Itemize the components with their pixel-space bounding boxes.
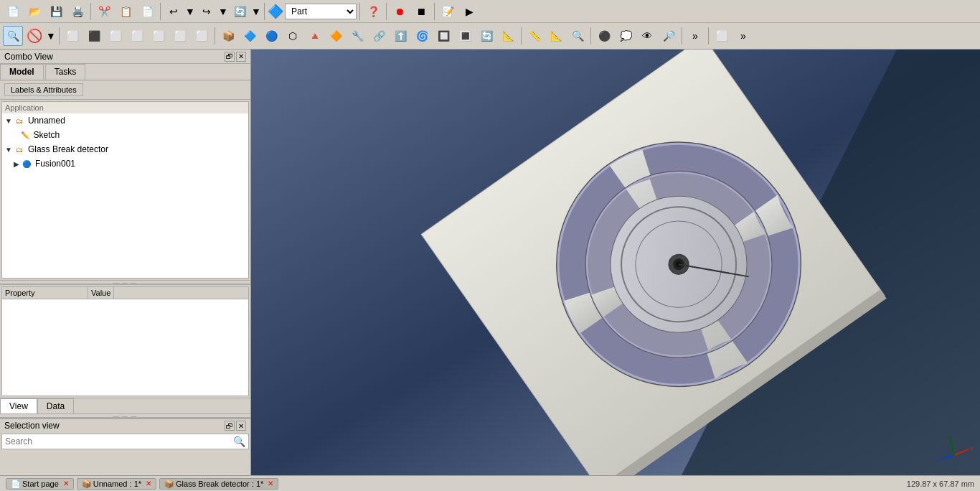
startpage-close[interactable]: ✕ [63,480,69,487]
status-tab-unnamed[interactable]: 📦 Unnamed : 1* ✕ [77,478,156,490]
combo-close-button[interactable]: ✕ [236,52,246,62]
part-workbench-group: 🔷 Part [268,4,357,19]
import-button[interactable]: 🔳 [455,26,475,46]
tab-model[interactable]: Model [0,64,44,80]
fuse-button[interactable]: 🔗 [369,26,389,46]
cone-button[interactable]: 🔺 [304,26,324,46]
status-tab-startpage[interactable]: 📄 Start page ✕ [6,478,74,490]
cut-button[interactable]: ✂️ [94,1,114,22]
combo-restore-button[interactable]: 🗗 [225,52,235,62]
paste-button[interactable]: 📄 [137,1,157,22]
mirror-button[interactable]: 🔄 [476,26,496,46]
svg-text:y: y [948,434,952,441]
section-button[interactable]: 🔲 [433,26,453,46]
extra-button[interactable]: ⬜ [712,26,732,46]
refresh-button[interactable]: 🔄 [230,1,250,22]
tab-view[interactable]: View [0,398,37,413]
right-view-button[interactable]: ⬜ [127,26,147,46]
property-table: Property Value [1,286,249,396]
selection-restore-button[interactable]: 🗗 [225,421,235,431]
icon-unnamed: 🗂 [14,115,25,126]
icon-fusion001: 🔵 [21,158,32,169]
measure1-button[interactable]: 📏 [524,26,545,46]
left-view-button[interactable]: ⬜ [170,26,190,46]
cut-part-button[interactable]: ⬆️ [390,26,410,46]
stop-button[interactable]: ⏹ [411,1,431,22]
combo-header-buttons: 🗗 ✕ [225,52,246,62]
zoom-button[interactable]: 🔎 [659,26,679,46]
glassbreak-close[interactable]: ✕ [268,480,273,487]
tab-tasks[interactable]: Tasks [45,64,86,80]
undo-button[interactable]: ↩ [164,1,184,22]
home-view-button[interactable]: ⬜ [62,26,83,46]
print-button[interactable]: 🖨️ [67,1,88,22]
view-settings-button[interactable]: ⚫ [594,26,614,46]
tree-section: Application ▼ 🗂 Unnamed ✏️ Sketch ▼ 🗂 Gl… [1,101,249,279]
new-file-button[interactable]: 📄 [3,1,23,22]
sep7 [59,27,60,45]
tree-item-fusion001[interactable]: ▶ 🔵 Fusion001 [2,156,248,171]
workbench-dropdown[interactable]: Part [285,4,357,19]
sep12 [708,27,709,45]
no-draw-button[interactable]: 🚫 [24,26,44,46]
arrow-sketch [14,131,18,139]
front-view-button[interactable]: ⬛ [84,26,104,46]
startpage-icon: 📄 [11,480,19,488]
common-button[interactable]: 🌀 [412,26,432,46]
sep11 [682,27,682,45]
part-icon: 🔷 [268,4,283,19]
labels-attributes-button[interactable]: Labels & Attributes [4,83,83,96]
rear-view-button[interactable]: ⬜ [149,26,169,46]
status-tab-glassbreak[interactable]: 📦 Glass Break detector : 1* ✕ [159,478,278,490]
extrude-button[interactable]: 📦 [218,26,238,46]
measure3-button[interactable]: 🔍 [567,26,588,46]
tree-item-sketch[interactable]: ✏️ Sketch [2,128,248,142]
top-view-button[interactable]: ⬜ [105,26,126,46]
measure2-button[interactable]: 📐 [546,26,566,46]
macro-edit-button[interactable]: 📝 [438,1,458,22]
sphere-button[interactable]: 🔵 [261,26,281,46]
stereo-button[interactable]: 👁 [637,26,657,46]
cylinder-button[interactable]: ⬡ [283,26,303,46]
startpage-label: Start page [22,480,59,488]
viewport[interactable]: x y z [251,50,980,475]
combo-view-header: Combo View 🗗 ✕ [0,50,250,64]
perspective-button[interactable]: 💭 [616,26,636,46]
refresh-dropdown[interactable]: ▼ [251,1,261,22]
undo-dropdown[interactable]: ▼ [185,1,195,22]
overflow-button[interactable]: » [685,26,705,46]
unnamed-close[interactable]: ✕ [146,480,151,487]
search-icon[interactable]: 🔍 [233,436,245,447]
tree-item-unnamed[interactable]: ▼ 🗂 Unnamed [2,113,248,128]
sep10 [590,27,591,45]
no-draw-dropdown[interactable]: ▼ [46,26,56,46]
macro-run-button[interactable]: ▶ [459,1,479,22]
record-button[interactable]: ⏺ [390,1,410,22]
torus-button[interactable]: 🔶 [326,26,346,46]
sep3 [264,3,265,20]
fillet-button[interactable]: 📐 [498,26,518,46]
open-button[interactable]: 📂 [24,1,44,22]
save-button[interactable]: 💾 [46,1,66,22]
tab-data[interactable]: Data [37,398,74,413]
arrow-glassbreak: ▼ [5,146,12,154]
copy-button[interactable]: 📋 [116,1,136,22]
help-button[interactable]: ❓ [363,1,383,22]
bottom-view-button[interactable]: ⬜ [192,26,212,46]
view-data-tabs: View Data [0,398,250,413]
revolve-button[interactable]: 🔷 [240,26,260,46]
overflow2-button[interactable]: » [733,26,753,46]
redo-dropdown[interactable]: ▼ [218,1,228,22]
redo-button[interactable]: ↪ [197,1,217,22]
icon-glassbreak: 🗂 [14,144,25,155]
fit-all-button[interactable]: 🔍 [3,26,23,46]
combo-view-title: Combo View [4,52,53,62]
search-input[interactable] [5,436,233,446]
toolbar-row1: 📄 📂 💾 🖨️ ✂️ 📋 📄 ↩ ▼ ↪ ▼ 🔄 ▼ 🔷 Part ❓ ⏺ ⏹… [0,0,980,23]
chamfer-button[interactable]: 🔧 [347,26,367,46]
status-bar: 📄 Start page ✕ 📦 Unnamed : 1* ✕ 📦 Glass … [0,475,980,491]
selection-close-button[interactable]: ✕ [236,421,246,431]
tree-item-glassbreak[interactable]: ▼ 🗂 Glass Break detector [2,142,248,156]
application-label: Application [2,102,248,113]
panel-tabs: Model Tasks [0,64,250,80]
